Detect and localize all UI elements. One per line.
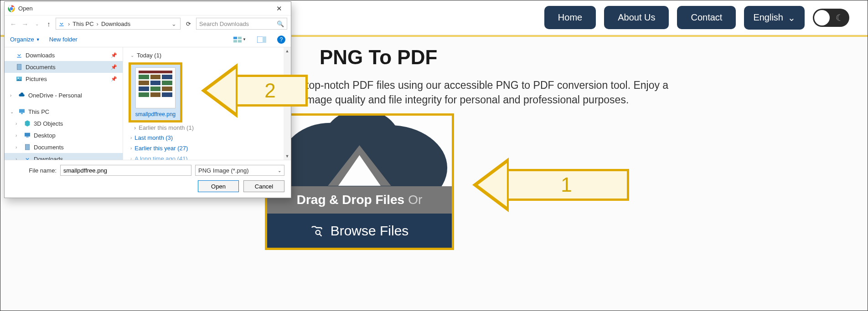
dialog-buttons: Open Cancel	[11, 180, 284, 192]
tree-item-desktop[interactable]: › Desktop	[5, 129, 123, 141]
svg-rect-12	[233, 40, 237, 42]
path-seg-thispc[interactable]: This PC	[72, 20, 93, 27]
help-button[interactable]: ?	[277, 36, 285, 44]
filetype-label: PNG Image (*.png)	[198, 167, 249, 174]
group-earlier-month[interactable]: › Earlier this month (1)	[126, 122, 291, 133]
tree-item-documents-quick[interactable]: Documents 📌	[5, 61, 123, 73]
tree-label: 3D Objects	[34, 120, 63, 127]
search-input[interactable]: Search Downloads 🔍	[196, 18, 287, 30]
expand-icon[interactable]: ›	[16, 133, 21, 138]
language-select[interactable]: English ⌄	[744, 6, 805, 30]
nav-recent-button[interactable]: ⌄	[32, 21, 42, 26]
path-seg-downloads[interactable]: Downloads	[101, 20, 130, 27]
browse-files-button[interactable]: Browse Files	[267, 214, 452, 248]
tree-label: Desktop	[34, 132, 56, 139]
page-desc-line1: top-notch PDF files using our accessible…	[306, 79, 668, 91]
nav-up-button[interactable]: ↑	[44, 20, 54, 28]
3d-objects-icon	[24, 120, 31, 127]
dialog-titlebar: Open ✕	[5, 2, 291, 15]
expand-icon[interactable]: ›	[16, 157, 21, 160]
svg-rect-9	[59, 25, 63, 26]
dialog-close-button[interactable]: ✕	[270, 5, 288, 13]
search-placeholder: Search Downloads	[199, 20, 249, 27]
svg-rect-16	[17, 57, 21, 57]
cloud-illustration	[267, 116, 452, 186]
organize-label: Organize	[10, 36, 34, 43]
nav-home[interactable]: Home	[544, 6, 596, 29]
file-thumbnail-selected[interactable]: smallpdffree.png	[129, 62, 182, 122]
nav-forward-button[interactable]: →	[20, 20, 30, 28]
view-options-button[interactable]: ▼	[233, 35, 246, 45]
filename-row: File name: PNG Image (*.png) ⌄	[11, 165, 284, 176]
upload-dropzone[interactable]: Drag & Drop Files Or Browse Files	[265, 113, 454, 250]
pin-icon: 📌	[111, 76, 117, 82]
expand-icon[interactable]: ›	[10, 93, 16, 98]
tree-label: This PC	[28, 108, 49, 115]
expand-icon: ›	[134, 124, 136, 131]
downloads-icon	[24, 155, 31, 160]
path-dropdown-icon[interactable]: ⌄	[170, 20, 178, 27]
tree-item-pictures-quick[interactable]: Pictures 📌	[5, 73, 123, 85]
tree-item-downloads[interactable]: › Downloads	[5, 153, 123, 160]
tree-label: Documents	[34, 144, 64, 151]
tree-label: Documents	[26, 64, 56, 71]
dialog-toolbar: Organize ▼ New folder ▼ ?	[5, 32, 291, 47]
tree-item-documents[interactable]: › Documents	[5, 141, 123, 153]
group-today[interactable]: ⌄ Today (1)	[126, 50, 291, 61]
organize-menu[interactable]: Organize ▼	[10, 36, 40, 43]
preview-pane-button[interactable]	[255, 35, 268, 45]
group-label: Earlier this year (27)	[134, 145, 188, 152]
pin-icon: 📌	[111, 64, 117, 70]
group-last-month[interactable]: › Last month (3)	[126, 133, 291, 143]
tree-label: Pictures	[26, 76, 47, 82]
open-button[interactable]: Open	[198, 180, 239, 192]
annotation-arrow-2-label: 2	[235, 75, 308, 107]
nav-back-button[interactable]: ←	[8, 20, 18, 28]
filename-input[interactable]	[60, 165, 191, 176]
nav-contact[interactable]: Contact	[677, 6, 736, 29]
language-label: English	[753, 12, 783, 23]
nav-about[interactable]: About Us	[604, 6, 669, 29]
new-folder-button[interactable]: New folder	[49, 36, 78, 43]
svg-rect-17	[17, 64, 21, 70]
cancel-button[interactable]: Cancel	[243, 180, 284, 192]
annotation-arrow-1: 1	[472, 158, 629, 212]
scroll-up-icon[interactable]: ▲	[284, 47, 291, 55]
svg-rect-24	[25, 144, 29, 150]
theme-toggle-knob	[814, 10, 830, 25]
path-chevron-icon[interactable]: ›	[95, 20, 100, 27]
scroll-down-icon[interactable]: ▼	[284, 153, 291, 160]
tree-item-downloads-quick[interactable]: Downloads 📌	[5, 49, 123, 61]
expand-icon[interactable]: ›	[16, 121, 21, 126]
group-earlier-year[interactable]: › Earlier this year (27)	[126, 143, 291, 153]
tree-item-3dobjects[interactable]: › 3D Objects	[5, 117, 123, 129]
refresh-button[interactable]: ⟳	[182, 20, 194, 28]
group-long-time[interactable]: › A long time ago (41)	[126, 153, 291, 160]
caret-down-icon: ▼	[36, 37, 40, 42]
path-chevron-icon[interactable]: ›	[66, 20, 72, 27]
dialog-title: Open	[18, 5, 270, 12]
chevron-down-icon: ⌄	[788, 12, 796, 23]
filename-label: File name:	[11, 167, 57, 174]
svg-rect-10	[233, 36, 237, 39]
page-title: PNG To PDF	[320, 46, 849, 69]
annotation-arrow-2: 2	[201, 63, 308, 118]
theme-toggle[interactable]: ☾	[813, 9, 849, 27]
tree-item-thispc[interactable]: ⌄ This PC	[5, 106, 123, 117]
expand-icon: ›	[130, 146, 132, 151]
filetype-select[interactable]: PNG Image (*.png) ⌄	[195, 165, 284, 176]
pin-icon: 📌	[111, 52, 117, 58]
expand-icon[interactable]: ›	[16, 145, 21, 150]
group-label: A long time ago (41)	[134, 155, 187, 160]
onedrive-icon	[18, 92, 26, 99]
group-label: Last month (3)	[134, 134, 173, 141]
tree-item-onedrive[interactable]: › OneDrive - Personal	[5, 89, 123, 101]
search-icon: 🔍	[277, 20, 284, 27]
address-bar[interactable]: › This PC › Downloads ⌄	[56, 18, 181, 30]
thumbnail-preview	[135, 67, 176, 108]
main-content: PNG To PDF top-notch PDF files using our…	[310, 46, 849, 107]
downloads-icon	[58, 20, 65, 27]
group-label: Earlier this month (1)	[139, 124, 194, 131]
collapse-icon[interactable]: ⌄	[10, 109, 16, 114]
svg-point-8	[10, 7, 13, 10]
